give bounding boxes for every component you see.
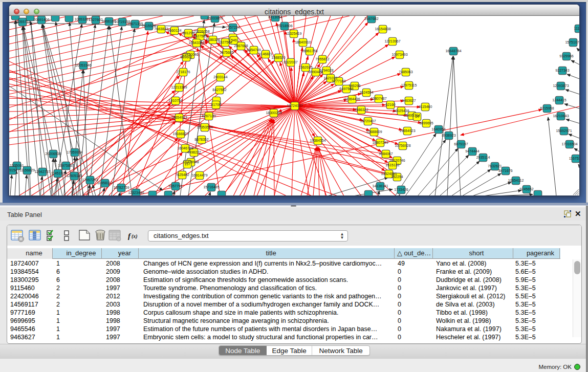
svg-text:16671355: 16671355: [127, 22, 143, 26]
svg-text:9463627: 9463627: [402, 99, 416, 102]
svg-text:1640954: 1640954: [431, 127, 445, 131]
svg-text:1910754: 1910754: [168, 99, 182, 102]
svg-text:8938923: 8938923: [442, 134, 455, 137]
svg-text:1535061: 1535061: [10, 164, 24, 167]
svg-text:12093873: 12093873: [553, 84, 569, 87]
svg-text:15692971: 15692971: [556, 129, 572, 133]
svg-text:9227343: 9227343: [555, 69, 569, 72]
svg-text:16046788: 16046788: [177, 146, 193, 150]
svg-text:12323446: 12323446: [128, 191, 144, 194]
svg-text:1733426: 1733426: [394, 188, 408, 191]
svg-text:9857791: 9857791: [168, 184, 182, 188]
svg-text:6879197: 6879197: [454, 142, 468, 146]
svg-text:7986322: 7986322: [354, 108, 368, 112]
svg-text:1362615: 1362615: [298, 65, 312, 69]
svg-text:12213967: 12213967: [384, 39, 400, 43]
svg-text:17957253: 17957253: [82, 178, 98, 182]
svg-text:17359934: 17359934: [67, 150, 82, 154]
svg-text:10653267: 10653267: [74, 17, 90, 21]
svg-text:19384554: 19384554: [310, 139, 325, 142]
svg-text:8267130: 8267130: [202, 114, 215, 118]
svg-text:16154838: 16154838: [375, 27, 390, 31]
svg-text:8813054: 8813054: [268, 16, 282, 19]
svg-text:17016504: 17016504: [561, 142, 577, 146]
svg-text:4498222: 4498222: [187, 150, 201, 154]
svg-text:8427552: 8427552: [212, 88, 226, 92]
svg-text:891295: 891295: [182, 31, 194, 35]
svg-text:16782759: 16782759: [113, 186, 129, 189]
svg-text:3624554: 3624554: [359, 91, 373, 94]
svg-text:8678352: 8678352: [194, 138, 208, 141]
svg-text:16210643: 16210643: [553, 114, 569, 118]
svg-text:9327505: 9327505: [193, 34, 207, 38]
svg-text:11325419: 11325419: [286, 32, 302, 35]
svg-text:62160: 62160: [385, 103, 396, 106]
svg-text:9115460: 9115460: [419, 105, 432, 108]
svg-text:9474444: 9474444: [465, 149, 479, 153]
svg-text:12353594: 12353594: [197, 125, 212, 129]
svg-text:1244415: 1244415: [552, 98, 566, 102]
svg-text:41700: 41700: [211, 103, 221, 106]
svg-text:15720407: 15720407: [360, 119, 376, 123]
svg-text:18807249: 18807249: [372, 141, 388, 144]
svg-text:12942737: 12942737: [34, 170, 50, 173]
svg-text:16648784: 16648784: [445, 49, 461, 53]
svg-text:1145193: 1145193: [51, 171, 65, 175]
svg-text:20206536: 20206536: [45, 152, 61, 156]
svg-text:10958117: 10958117: [97, 181, 113, 185]
svg-text:2867608: 2867608: [234, 44, 248, 48]
svg-text:12975115: 12975115: [401, 83, 417, 87]
svg-text:19654943: 19654943: [171, 116, 187, 119]
svg-text:9146821: 9146821: [258, 52, 272, 56]
svg-text:1167534: 1167534: [569, 157, 579, 160]
svg-text:20691406: 20691406: [33, 18, 49, 21]
svg-text:16961758: 16961758: [301, 49, 317, 53]
svg-text:16914479: 16914479: [191, 173, 207, 177]
svg-text:6497568: 6497568: [339, 87, 353, 91]
svg-text:989602: 989602: [180, 55, 192, 59]
svg-text:f: f: [128, 232, 132, 240]
svg-text:21364436: 21364436: [344, 97, 360, 101]
svg-text:1615132: 1615132: [385, 163, 399, 167]
svg-text:6794028: 6794028: [319, 69, 333, 72]
svg-text:8471676: 8471676: [498, 169, 512, 172]
svg-text:20053346: 20053346: [75, 63, 91, 67]
svg-text:10807487: 10807487: [371, 97, 386, 100]
svg-text:12505135: 12505135: [66, 174, 82, 178]
svg-text:64: 64: [415, 115, 419, 118]
svg-text:10975887: 10975887: [58, 164, 74, 167]
svg-text:9777169: 9777169: [332, 79, 345, 83]
svg-text:7632621: 7632621: [488, 164, 502, 168]
svg-text:8454749: 8454749: [247, 48, 260, 52]
svg-text:157: 157: [184, 162, 190, 166]
svg-text:10688609: 10688609: [366, 130, 382, 134]
svg-text:7663822: 7663822: [154, 27, 168, 31]
svg-text:(x): (x): [132, 233, 138, 239]
svg-text:18640910: 18640910: [295, 40, 311, 44]
svg-text:7625402: 7625402: [175, 173, 189, 177]
svg-text:10654112: 10654112: [508, 179, 524, 182]
svg-text:8322037: 8322037: [284, 60, 297, 64]
svg-text:11175: 11175: [574, 27, 579, 30]
svg-text:14136141: 14136141: [372, 184, 388, 188]
svg-text:9084067: 9084067: [379, 152, 393, 156]
svg-text:23226058: 23226058: [193, 30, 209, 33]
svg-text:9327504: 9327504: [218, 40, 232, 44]
svg-text:14055714: 14055714: [14, 20, 30, 24]
svg-text:16033809: 16033809: [207, 16, 223, 20]
svg-text:2935114: 2935114: [476, 156, 490, 159]
svg-text:3675685: 3675685: [220, 51, 233, 54]
svg-text:2718176: 2718176: [176, 70, 190, 74]
svg-text:19166827: 19166827: [172, 132, 188, 136]
svg-text:15716485: 15716485: [203, 185, 219, 189]
svg-text:7955812: 7955812: [315, 57, 329, 61]
svg-text:10973493: 10973493: [391, 53, 407, 56]
svg-text:39154: 39154: [9, 168, 17, 172]
svg-text:252254: 252254: [391, 175, 403, 179]
svg-text:18300295: 18300295: [266, 111, 281, 115]
svg-text:7485063: 7485063: [399, 70, 412, 74]
svg-text:7357224: 7357224: [226, 26, 239, 29]
svg-text:9245652: 9245652: [519, 187, 533, 191]
svg-text:9660124: 9660124: [167, 29, 181, 32]
svg-text:2803144: 2803144: [213, 75, 227, 79]
